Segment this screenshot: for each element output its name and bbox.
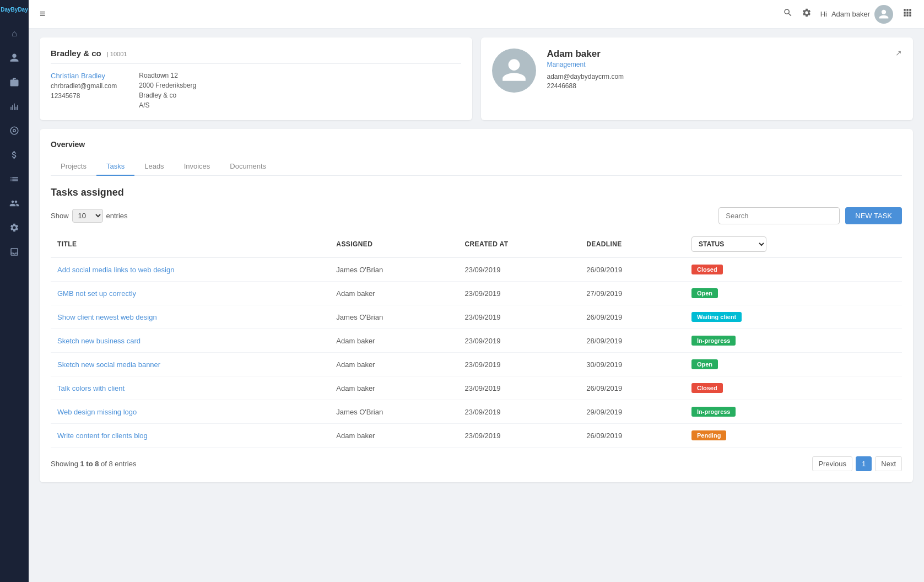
col-status: STATUS Open Closed In-progress Waiting c… xyxy=(685,231,874,258)
top-cards: Bradley & co | 10001 Christian Bradley c… xyxy=(40,37,913,120)
task-action-cell xyxy=(874,424,902,448)
status-badge: Closed xyxy=(691,265,723,274)
task-deadline-cell: 26/09/2019 xyxy=(580,376,685,400)
status-badge: Pending xyxy=(691,430,726,440)
company-title: Bradley & co | 10001 xyxy=(51,48,461,64)
table-row: GMB not set up correctly Adam baker 23/0… xyxy=(51,282,902,305)
task-action-cell xyxy=(874,329,902,353)
new-task-button[interactable]: NEW TASK xyxy=(845,207,902,224)
hamburger-menu[interactable]: ≡ xyxy=(40,8,46,20)
task-title-link[interactable]: Add social media links to web design xyxy=(57,266,174,274)
topbar: ≡ Hi Adam baker xyxy=(29,0,924,29)
task-status-cell: Closed xyxy=(685,376,874,400)
task-action-cell xyxy=(874,258,902,282)
user-role: Management xyxy=(547,61,885,68)
task-status-cell: Waiting client xyxy=(685,305,874,329)
task-title-link[interactable]: GMB not set up correctly xyxy=(57,289,136,298)
task-title-cell: Sketch new social media banner xyxy=(51,353,329,376)
search-and-new: NEW TASK xyxy=(718,207,902,224)
overview-section: Overview Projects Tasks Leads Invoices D… xyxy=(40,129,913,482)
home-icon[interactable]: ⌂ xyxy=(4,24,24,44)
col-actions xyxy=(874,231,902,258)
user-card: Adam baker Management adam@daybydaycrm.c… xyxy=(481,37,914,120)
task-title-link[interactable]: Sketch new social media banner xyxy=(57,360,160,369)
showing-range: 1 to 8 xyxy=(80,460,99,468)
contact-email: chrbradlet@gmail.com xyxy=(51,82,117,90)
task-created-cell: 23/09/2019 xyxy=(458,282,580,305)
task-title-link[interactable]: Write content for clients blog xyxy=(57,432,148,440)
task-assigned-cell: Adam baker xyxy=(329,282,458,305)
tasks-table: TITLE ASSIGNED CREATED AT DEADLINE STATU… xyxy=(51,231,902,448)
topbar-left: ≡ xyxy=(40,8,46,20)
task-action-cell xyxy=(874,305,902,329)
task-deadline-cell: 26/09/2019 xyxy=(580,305,685,329)
task-deadline-cell: 29/09/2019 xyxy=(580,400,685,424)
contact-card: Bradley & co | 10001 Christian Bradley c… xyxy=(40,37,472,120)
network-icon[interactable] xyxy=(4,193,24,213)
search-input[interactable] xyxy=(718,207,840,224)
status-badge: Open xyxy=(691,359,718,369)
table-row: Add social media links to web design Jam… xyxy=(51,258,902,282)
task-created-cell: 23/09/2019 xyxy=(458,376,580,400)
tab-invoices[interactable]: Invoices xyxy=(174,158,220,176)
col-created-at: CREATED AT xyxy=(458,231,580,258)
pagination-info: Showing 1 to 8 of 8 entries xyxy=(51,460,136,468)
task-action-cell xyxy=(874,282,902,305)
task-assigned-cell: Adam baker xyxy=(329,424,458,448)
task-created-cell: 23/09/2019 xyxy=(458,305,580,329)
tab-tasks[interactable]: Tasks xyxy=(96,158,134,176)
dollar-icon[interactable] xyxy=(4,145,24,165)
entries-select[interactable]: 10 25 50 100 xyxy=(72,209,103,223)
tab-projects[interactable]: Projects xyxy=(51,158,96,176)
briefcase-icon[interactable] xyxy=(4,72,24,92)
task-deadline-cell: 26/09/2019 xyxy=(580,258,685,282)
user-icon[interactable] xyxy=(4,48,24,68)
show-label: Show xyxy=(51,212,69,220)
task-title-cell: Talk colors with client xyxy=(51,376,329,400)
share-icon[interactable]: ↗ xyxy=(895,48,902,57)
next-button[interactable]: Next xyxy=(875,456,902,471)
status-badge: Closed xyxy=(691,383,723,393)
tabs: Projects Tasks Leads Invoices Documents xyxy=(51,158,902,176)
user-full-name: Adam baker xyxy=(547,48,885,60)
grid-apps-icon[interactable] xyxy=(902,7,913,21)
gear-icon[interactable] xyxy=(802,8,812,20)
sidebar: DayByDay ⌂ xyxy=(0,0,29,582)
sidebar-logo: DayByDay xyxy=(0,7,30,13)
contact-phone: 12345678 xyxy=(51,92,117,100)
tab-documents[interactable]: Documents xyxy=(220,158,276,176)
username-text: Adam baker xyxy=(831,10,870,18)
chart-icon[interactable] xyxy=(4,96,24,116)
task-title-cell: Write content for clients blog xyxy=(51,424,329,448)
address-line3: Bradley & co xyxy=(139,91,196,99)
status-filter-select[interactable]: STATUS Open Closed In-progress Waiting c… xyxy=(691,236,766,252)
task-created-cell: 23/09/2019 xyxy=(458,400,580,424)
list-icon[interactable] xyxy=(4,169,24,189)
page-1-button[interactable]: 1 xyxy=(856,456,872,471)
target-icon[interactable] xyxy=(4,121,24,141)
table-row: Sketch new social media banner Adam bake… xyxy=(51,353,902,376)
task-created-cell: 23/09/2019 xyxy=(458,424,580,448)
task-title-link[interactable]: Web design missing logo xyxy=(57,408,137,416)
task-title-link[interactable]: Sketch new business card xyxy=(57,337,141,345)
search-icon[interactable] xyxy=(783,8,793,20)
tasks-controls: Show 10 25 50 100 entries NEW TASK xyxy=(51,207,902,224)
user-info: Hi Adam baker xyxy=(820,5,893,24)
showing-text: Showing xyxy=(51,460,80,468)
greeting-text: Hi xyxy=(820,10,827,18)
task-title-link[interactable]: Talk colors with client xyxy=(57,384,125,392)
table-row: Write content for clients blog Adam bake… xyxy=(51,424,902,448)
entries-label: entries xyxy=(106,212,128,220)
main-content: ≡ Hi Adam baker xyxy=(29,0,924,582)
task-deadline-cell: 26/09/2019 xyxy=(580,424,685,448)
task-title-cell: Add social media links to web design xyxy=(51,258,329,282)
tab-leads[interactable]: Leads xyxy=(134,158,174,176)
task-title-cell: Web design missing logo xyxy=(51,400,329,424)
inbox-icon[interactable] xyxy=(4,242,24,262)
task-title-link[interactable]: Show client newest web design xyxy=(57,313,157,321)
contact-name[interactable]: Christian Bradley xyxy=(51,72,117,80)
task-deadline-cell: 28/09/2019 xyxy=(580,329,685,353)
task-status-cell: In-progress xyxy=(685,329,874,353)
settings-icon[interactable] xyxy=(4,218,24,238)
previous-button[interactable]: Previous xyxy=(812,456,852,471)
